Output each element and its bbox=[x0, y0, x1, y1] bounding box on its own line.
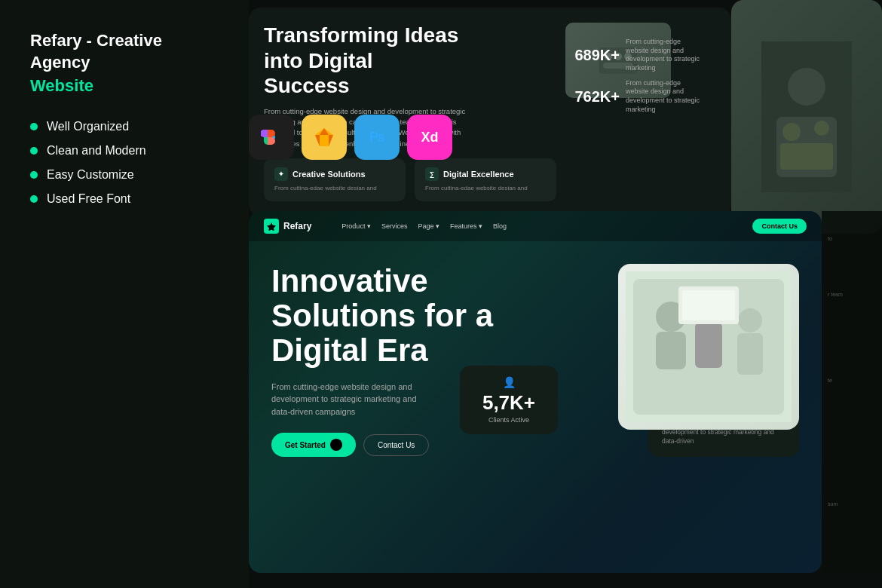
excellence-icon: ∑ bbox=[425, 167, 439, 181]
title-line2: Website bbox=[30, 76, 219, 96]
xd-icon: Xd bbox=[407, 115, 452, 160]
list-item: Easy Customize bbox=[30, 168, 219, 182]
contact-us-button[interactable]: Contact Us bbox=[363, 434, 429, 456]
hero-photo bbox=[618, 264, 799, 430]
transform-heading: Transforming Ideas into Digital Success bbox=[264, 23, 460, 99]
list-item: Clean and Modern bbox=[30, 144, 219, 158]
rp-text1: to bbox=[828, 234, 876, 244]
creative-solutions-card: ✦ Creative Solutions From cuttina-edae w… bbox=[264, 158, 406, 201]
hero-stats-card: 👤 5,7K+ Clients Active bbox=[460, 366, 558, 434]
feature-list: Well Organized Clean and Modern Easy Cus… bbox=[30, 120, 219, 206]
hero-mockup: Refary Product ▾ Services Page ▾ Feature… bbox=[249, 211, 822, 573]
stat-item-1: 689K+ From cutting-edge website design a… bbox=[575, 38, 702, 73]
svg-rect-22 bbox=[695, 323, 722, 368]
svg-marker-3 bbox=[315, 135, 320, 146]
user-icon: 👤 bbox=[473, 376, 544, 388]
stat-item-2: 762K+ From cutting-edge website design a… bbox=[575, 79, 702, 115]
figma-icon bbox=[249, 115, 294, 160]
svg-rect-26 bbox=[682, 290, 735, 320]
svg-point-12 bbox=[788, 68, 825, 106]
rp-text2: r team bbox=[828, 289, 876, 300]
hero-headline: Innovative Solutions for a Digital Era bbox=[271, 264, 528, 369]
logo-icon bbox=[264, 219, 279, 234]
svg-rect-16 bbox=[780, 143, 833, 170]
svg-rect-24 bbox=[737, 333, 763, 375]
arrow-icon: → bbox=[330, 439, 342, 451]
hero-subtext: From cutting-edge website design and dev… bbox=[271, 381, 437, 418]
left-panel: Refary - Creative Agency Website Well Or… bbox=[0, 0, 249, 588]
sketch-icon bbox=[302, 115, 347, 160]
feature-cards-row: ✦ Creative Solutions From cuttina-edae w… bbox=[264, 158, 556, 201]
digital-excellence-card: ∑ Digital Excellence From cuttina-edae w… bbox=[415, 158, 556, 201]
get-started-button[interactable]: Get Started → bbox=[271, 433, 356, 457]
title-line1: Refary - Creative Agency bbox=[30, 30, 219, 73]
creative-icon: ✦ bbox=[274, 167, 288, 181]
list-item: Used Free Font bbox=[30, 192, 219, 206]
nav-links: Product ▾ Services Page ▾ Features ▾ Blo… bbox=[341, 222, 737, 230]
rp-text4: sum bbox=[828, 499, 876, 510]
tool-icons-row: Ps Xd bbox=[249, 115, 452, 160]
bullet-icon bbox=[30, 171, 38, 179]
top-center-card: Transforming Ideas into Digital Success … bbox=[249, 8, 731, 216]
photoshop-icon: Ps bbox=[354, 115, 400, 160]
stats-number: 5,7K+ bbox=[473, 391, 544, 415]
hero-content: Innovative Solutions for a Digital Era F… bbox=[249, 241, 822, 479]
bullet-icon bbox=[30, 147, 38, 155]
svg-point-23 bbox=[738, 308, 762, 332]
svg-marker-5 bbox=[320, 135, 329, 146]
mockup-logo: Refary bbox=[264, 219, 311, 234]
list-item: Well Organized bbox=[30, 120, 219, 133]
photo-top-right bbox=[731, 0, 882, 234]
svg-point-15 bbox=[814, 121, 829, 136]
svg-rect-20 bbox=[656, 332, 686, 369]
bullet-icon bbox=[30, 123, 38, 130]
bullet-icon bbox=[30, 195, 38, 203]
stats-label: Clients Active bbox=[473, 416, 544, 424]
nav-cta-button[interactable]: Contact Us bbox=[752, 219, 807, 234]
right-preview-strip: to r team te sum bbox=[822, 211, 882, 573]
mockup-navbar: Refary Product ▾ Services Page ▾ Feature… bbox=[249, 211, 822, 241]
svg-point-14 bbox=[782, 123, 801, 141]
stats-column: 689K+ From cutting-edge website design a… bbox=[575, 38, 702, 115]
svg-marker-4 bbox=[329, 135, 333, 146]
rp-text3: te bbox=[828, 375, 876, 386]
